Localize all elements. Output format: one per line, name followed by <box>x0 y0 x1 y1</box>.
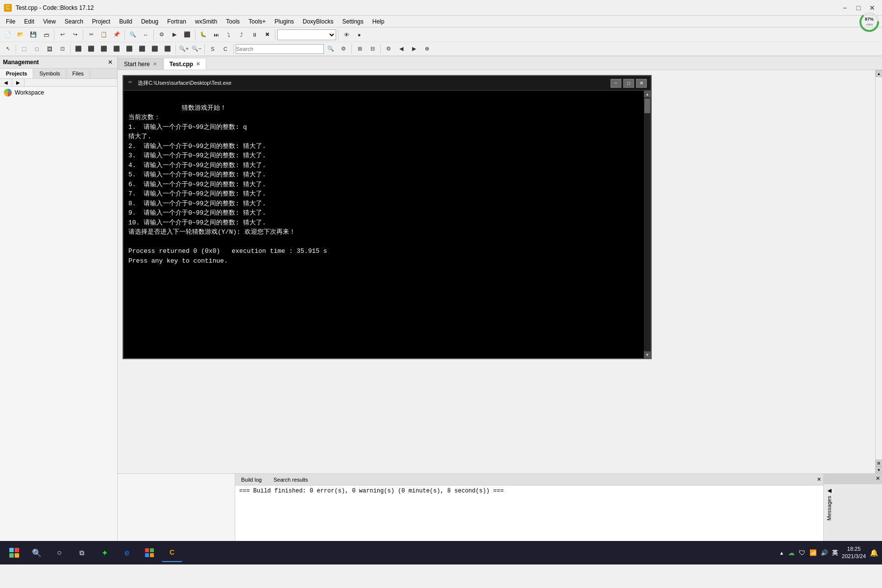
run-btn[interactable]: ▶ <box>169 29 180 40</box>
btn-c2[interactable]: ⬛ <box>85 44 97 54</box>
taskbar-search-button[interactable]: 🔍 <box>26 543 47 562</box>
cursor-btn[interactable]: ↖ <box>2 44 14 54</box>
debug-btn[interactable]: 🐛 <box>197 29 209 40</box>
menu-file[interactable]: File <box>2 17 19 26</box>
open-file-btn[interactable]: 📂 <box>15 29 26 40</box>
nav-prev-btn[interactable]: ◀ <box>0 79 12 86</box>
menu-doxyblocks[interactable]: DoxyBlocks <box>299 17 338 26</box>
c-btn[interactable]: C <box>220 44 231 54</box>
breakpoints-btn[interactable]: ● <box>353 29 365 40</box>
search-input[interactable] <box>236 44 324 54</box>
copy-btn[interactable]: 📋 <box>98 29 110 40</box>
btn-b5[interactable]: ⊡ <box>56 44 68 54</box>
redo-btn[interactable]: ↪ <box>69 29 81 40</box>
btn-c4[interactable]: ⬛ <box>111 44 122 54</box>
stop-btn[interactable]: ⬛ <box>181 29 193 40</box>
scroll-up-arrow[interactable]: ▲ <box>644 91 651 98</box>
settings-btn[interactable]: ⚙ <box>383 44 394 54</box>
main-scroll-down[interactable]: ▼ <box>876 466 882 473</box>
tray-arrow[interactable]: ▲ <box>779 550 784 556</box>
menu-view[interactable]: View <box>39 17 60 26</box>
console-scrollbar[interactable]: ▲ ▼ <box>644 91 651 358</box>
break-btn[interactable]: ⏸ <box>248 29 260 40</box>
taskbar-app-edge[interactable]: e <box>117 543 137 562</box>
tray-notification[interactable]: 🔔 <box>870 549 878 557</box>
tab-test-cpp-close[interactable]: ✕ <box>196 61 200 67</box>
search-go-btn[interactable]: 🔍 <box>325 44 337 54</box>
menu-settings[interactable]: Settings <box>338 17 367 26</box>
watch-btn[interactable]: 👁 <box>341 29 352 40</box>
taskbar-codeblocks-app[interactable]: C <box>162 543 182 562</box>
main-scroll-up[interactable]: ▲ <box>876 70 882 77</box>
tab-files[interactable]: Files <box>67 69 90 78</box>
tab-projects[interactable]: Projects <box>0 69 33 78</box>
menu-tools[interactable]: Tools <box>222 17 244 26</box>
tab-start-here-close[interactable]: ✕ <box>153 61 157 67</box>
console-close-btn[interactable]: ✕ <box>636 79 647 88</box>
tray-security[interactable]: 🛡 <box>799 549 806 557</box>
btn-c8[interactable]: ⬛ <box>162 44 173 54</box>
taskbar-app-store[interactable] <box>139 543 160 562</box>
console-minimize-btn[interactable]: − <box>611 79 621 88</box>
tray-lang[interactable]: 英 <box>832 549 838 557</box>
find-btn[interactable]: 🔍 <box>127 29 139 40</box>
btn-c5[interactable]: ⬛ <box>123 44 135 54</box>
scroll-thumb[interactable] <box>644 98 650 113</box>
zoom-out-btn[interactable]: 🔍− <box>191 44 202 54</box>
paste-btn[interactable]: 📌 <box>111 29 122 40</box>
tray-network[interactable]: 📶 <box>809 549 817 556</box>
menu-project[interactable]: Project <box>88 17 114 26</box>
replace-btn[interactable]: ↔ <box>140 29 151 40</box>
search-options-btn[interactable]: ⚙ <box>338 44 349 54</box>
menu-build[interactable]: Build <box>115 17 136 26</box>
menu-edit[interactable]: Edit <box>20 17 38 26</box>
tab-symbols[interactable]: Symbols <box>33 69 66 78</box>
btn-c6[interactable]: ⬛ <box>136 44 148 54</box>
s-btn[interactable]: S <box>207 44 219 54</box>
zoom-in-btn[interactable]: 🔍+ <box>178 44 190 54</box>
menu-toolsplus[interactable]: Tools+ <box>245 17 270 26</box>
bottom-tab-search[interactable]: Search results <box>268 476 314 484</box>
build-btn[interactable]: ⚙ <box>156 29 168 40</box>
messages-close-btn[interactable]: ✕ <box>876 475 880 482</box>
menu-search[interactable]: Search <box>61 17 87 26</box>
img-btn[interactable]: 🖼 <box>44 44 55 54</box>
tray-onedrive[interactable]: ☁ <box>788 549 795 557</box>
bottom-tab-build[interactable]: Build log <box>235 476 268 484</box>
extra-3[interactable]: ⊕ <box>421 44 433 54</box>
extra-btn-2[interactable]: ⊟ <box>367 44 378 54</box>
main-scroll-expand[interactable]: ⊞ <box>876 460 882 466</box>
step-into-btn[interactable]: ⤵ <box>223 29 235 40</box>
undo-btn[interactable]: ↩ <box>56 29 68 40</box>
btn-c3[interactable]: ⬛ <box>98 44 110 54</box>
menu-debug[interactable]: Debug <box>137 17 162 26</box>
debug-target-dropdown[interactable] <box>277 29 336 40</box>
tray-sound[interactable]: 🔊 <box>821 549 828 556</box>
menu-wxsmith[interactable]: wxSmith <box>191 17 221 26</box>
step-out-btn[interactable]: ⤴ <box>236 29 247 40</box>
abort-btn[interactable]: ✖ <box>261 29 273 40</box>
cut-btn[interactable]: ✂ <box>85 29 97 40</box>
cortana-button[interactable]: ○ <box>49 543 70 562</box>
back-btn[interactable]: ◀ <box>395 44 407 54</box>
frame-btn[interactable]: ⬚ <box>18 44 30 54</box>
new-file-btn[interactable]: 📄 <box>2 29 14 40</box>
btn-c1[interactable]: ⬛ <box>73 44 84 54</box>
menu-fortran[interactable]: Fortran <box>163 17 190 26</box>
btn-c7[interactable]: ⬛ <box>149 44 161 54</box>
save-btn[interactable]: 💾 <box>27 29 39 40</box>
taskbar-clock[interactable]: 18:25 2021/3/24 <box>842 545 866 561</box>
extra-btn-1[interactable]: ⊞ <box>354 44 366 54</box>
tab-test-cpp[interactable]: Test.cpp ✕ <box>163 58 206 70</box>
console-maximize-btn[interactable]: □ <box>623 79 634 88</box>
start-button[interactable] <box>4 543 24 562</box>
task-view-button[interactable]: ⧉ <box>72 543 92 562</box>
forward-btn[interactable]: ▶ <box>408 44 420 54</box>
menu-plugins[interactable]: Plugins <box>270 17 297 26</box>
taskbar-app-winamp[interactable]: ✦ <box>94 543 115 562</box>
scroll-down-arrow[interactable]: ▼ <box>644 351 651 358</box>
messages-label[interactable]: Messages ▶ <box>824 484 882 524</box>
step-over-btn[interactable]: ⏭ <box>210 29 222 40</box>
bottom-panel-close[interactable]: ✕ <box>815 476 823 483</box>
panel-close-button[interactable]: ✕ <box>106 58 114 66</box>
